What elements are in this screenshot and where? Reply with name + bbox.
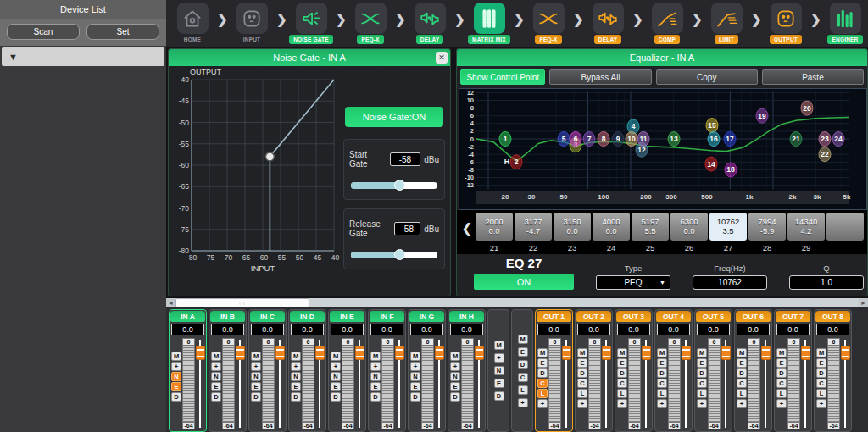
eq-q-input[interactable]: 1.0 <box>789 275 864 290</box>
in-d-strip[interactable]: IN D0.0M+NED6-64 <box>288 309 326 432</box>
fader-handle[interactable] <box>475 346 484 360</box>
eq-band-cell-28[interactable]: 7994-5.928 <box>748 213 786 252</box>
strip-button-e[interactable]: E <box>617 358 627 368</box>
strip-button-e[interactable]: E <box>331 382 341 391</box>
strip-button-n[interactable]: N <box>450 372 460 381</box>
toolbar-item-matrix-mix[interactable]: MATRIX MIX <box>465 3 514 44</box>
noise-gate-graph[interactable]: OUTPUT-40-80-45-75-50-70-55-65-60-60-65-… <box>169 66 343 295</box>
in-c-strip[interactable]: IN C0.0M+NED6-64 <box>248 309 287 432</box>
fader-handle[interactable] <box>196 346 205 360</box>
strip-button-e[interactable]: E <box>291 382 301 391</box>
fader-handle[interactable] <box>315 346 325 360</box>
strip-button-plus[interactable]: + <box>211 362 221 371</box>
eq-band-cell-27[interactable]: 107623.527 <box>709 213 747 252</box>
fader-handle[interactable] <box>761 346 771 360</box>
copy-button[interactable]: Copy <box>656 69 758 85</box>
strip-button-d[interactable]: D <box>537 368 548 378</box>
strip-button-n[interactable]: N <box>410 372 420 381</box>
master-button-d[interactable]: D <box>518 360 528 369</box>
strip-button-plus[interactable]: + <box>697 399 707 408</box>
eq-point-23[interactable]: 23 <box>819 132 831 147</box>
eq-point-10[interactable]: 10 <box>626 132 637 147</box>
eq-band-cell-23[interactable]: 31500.023 <box>554 213 591 252</box>
eq-point-6[interactable]: 6 <box>570 132 581 147</box>
strip-button-e[interactable]: E <box>251 382 261 391</box>
out-1-strip[interactable]: OUT 10.0MEDCL+6-64 <box>535 309 573 432</box>
strip-button-e[interactable]: E <box>657 358 667 368</box>
toolbar-item-noise-gate[interactable]: NOISE GATE <box>287 3 336 44</box>
in-e-strip[interactable]: IN E0.0M+NED6-64 <box>328 309 366 432</box>
channel-gain-value[interactable]: 0.0 <box>251 324 284 335</box>
eq-band-cell-22[interactable]: 3177-4.722 <box>515 213 552 252</box>
eq-point-20[interactable]: 20 <box>801 101 813 115</box>
strip-button-m[interactable]: M <box>410 352 420 361</box>
strip-button-plus[interactable]: + <box>776 399 787 408</box>
band-prev-icon[interactable]: ❮ <box>459 213 476 243</box>
out-3-strip[interactable]: OUT 30.0MEDCL+6-64 <box>615 309 653 432</box>
strip-button-e[interactable]: E <box>410 382 420 391</box>
toolbar-item-home[interactable]: HOME <box>168 3 217 44</box>
strip-button-m[interactable]: M <box>617 348 627 357</box>
toolbar-item-delay[interactable]: DELAY <box>405 3 454 44</box>
master-button-e[interactable]: E <box>518 347 528 357</box>
strip-button-n[interactable]: N <box>171 372 181 381</box>
channel-gain-value[interactable]: 0.0 <box>816 324 849 335</box>
channel-gain-value[interactable]: 0.0 <box>577 324 610 335</box>
channel-gain-value[interactable]: 0.0 <box>211 324 244 335</box>
strip-button-c[interactable]: C <box>617 379 627 388</box>
toolbar-item-input[interactable]: INPUT <box>227 3 276 44</box>
strip-button-c[interactable]: C <box>776 379 787 388</box>
strip-button-m[interactable]: M <box>697 348 707 357</box>
fader-handle[interactable] <box>682 346 691 360</box>
toolbar-item-peq-x[interactable]: PEQ-X <box>346 3 395 44</box>
master-button-c[interactable]: C <box>518 373 528 382</box>
eq-point-18[interactable]: 18 <box>725 163 737 177</box>
strip-button-d[interactable]: D <box>697 368 707 378</box>
strip-button-d[interactable]: D <box>291 392 301 402</box>
strip-button-d[interactable]: D <box>450 392 460 402</box>
out-4-strip[interactable]: OUT 40.0MEDCL+6-64 <box>654 309 693 432</box>
scroll-left-icon[interactable]: ◄ <box>166 298 175 307</box>
strip-button-m[interactable]: M <box>291 352 301 361</box>
release-gate-value[interactable]: -58 <box>394 222 420 235</box>
eq-point-8[interactable]: 8 <box>598 132 609 147</box>
fader-handle[interactable] <box>236 346 245 360</box>
channel-gain-value[interactable]: 0.0 <box>370 324 403 335</box>
strip-button-c[interactable]: C <box>577 379 587 388</box>
strip-button-l[interactable]: L <box>776 389 787 398</box>
paste-button[interactable]: Paste <box>762 69 864 85</box>
in-g-strip[interactable]: IN G0.0M+NED6-64 <box>408 309 446 432</box>
strip-button-plus[interactable]: + <box>410 362 420 371</box>
strip-button-e[interactable]: E <box>577 358 587 368</box>
strip-button-d[interactable]: D <box>331 392 341 402</box>
eq-point-9[interactable]: 9 <box>612 132 624 147</box>
in-h-strip[interactable]: IN H0.0M+NED6-64 <box>448 309 486 432</box>
eq-point-15[interactable]: 15 <box>706 119 718 133</box>
strip-button-e[interactable]: E <box>697 358 707 368</box>
master-button-plus[interactable]: + <box>518 398 528 407</box>
channel-gain-value[interactable]: 0.0 <box>537 324 570 335</box>
channel-gain-value[interactable]: 0.0 <box>697 324 730 335</box>
master-button-l[interactable]: L <box>518 385 528 395</box>
eq-point-2[interactable]: 2 <box>510 155 522 169</box>
strip-button-d[interactable]: D <box>211 392 221 402</box>
out-6-strip[interactable]: OUT 60.0MEDCL+6-64 <box>734 309 772 432</box>
strip-button-d[interactable]: D <box>251 392 261 402</box>
eq-point-24[interactable]: 24 <box>832 132 844 147</box>
scroll-right-icon[interactable]: ► <box>859 298 868 307</box>
channel-gain-value[interactable]: 0.0 <box>291 324 324 335</box>
eq-curve-graph[interactable]: 121086420-2-4-6-8-10-1220305010020030050… <box>459 88 867 210</box>
master-button-d[interactable]: D <box>494 391 504 401</box>
strip-button-l[interactable]: L <box>816 389 826 398</box>
strip-button-n[interactable]: N <box>370 372 381 381</box>
strip-button-d[interactable]: D <box>171 392 181 402</box>
eq-point-17[interactable]: 17 <box>724 132 736 147</box>
in-a-strip[interactable]: IN A0.0M+NED6-64 <box>169 309 207 432</box>
master-button-m[interactable]: M <box>494 341 504 350</box>
strip-button-l[interactable]: L <box>537 389 548 398</box>
strip-button-d[interactable]: D <box>410 392 420 402</box>
channel-gain-value[interactable]: 0.0 <box>331 324 364 335</box>
eq-type-select[interactable]: PEQ ▼ <box>596 275 670 290</box>
outputs-master-strip[interactable]: MEDCL+ <box>511 309 533 432</box>
eq-point-14[interactable]: 14 <box>705 157 717 171</box>
